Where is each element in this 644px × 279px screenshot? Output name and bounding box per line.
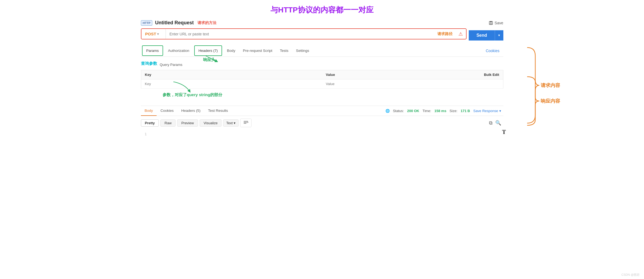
save-response-button[interactable]: Save Response ▾ bbox=[473, 109, 501, 113]
response-body-toolbar: Pretty Raw Preview Visualize Text ▾ bbox=[141, 116, 503, 129]
tab-params[interactable]: Params bbox=[142, 45, 163, 56]
search-button[interactable]: 🔍 bbox=[495, 120, 501, 126]
annotation-method: 请求的方法 bbox=[197, 21, 216, 25]
arrow-querystring-icon bbox=[168, 80, 200, 94]
tab-settings[interactable]: Settings bbox=[292, 46, 313, 56]
tab-body[interactable]: Body bbox=[223, 46, 239, 56]
response-body-content: 1 𝐓 bbox=[141, 129, 503, 139]
params-section: 查询参数 Query Params Key Value Bulk Edit bbox=[141, 57, 503, 98]
svg-rect-2 bbox=[490, 23, 492, 24]
request-header: HTTP Untitled Request 请求的方法 Save bbox=[141, 18, 503, 28]
resp-tab-body[interactable]: Body bbox=[141, 106, 157, 116]
url-warning-icon: ⚠ bbox=[455, 31, 466, 37]
format-pretty-button[interactable]: Pretty bbox=[141, 119, 159, 127]
method-selector[interactable]: POST ▾ bbox=[141, 29, 166, 39]
chevron-down-icon: ▾ bbox=[498, 33, 500, 37]
save-icon bbox=[489, 21, 493, 25]
response-tabs-bar: Body Cookies Headers (5) Test Results 🌐 … bbox=[141, 106, 503, 116]
response-content-label: 响应内容 bbox=[541, 98, 560, 104]
arrow-headers-icon bbox=[203, 55, 219, 63]
resp-tab-test-results[interactable]: Test Results bbox=[204, 106, 232, 116]
format-raw-button[interactable]: Raw bbox=[160, 119, 176, 127]
copy-button[interactable]: ⧉ bbox=[489, 120, 493, 126]
http-badge: HTTP bbox=[141, 20, 153, 26]
text-format-select[interactable]: Text ▾ bbox=[223, 119, 239, 127]
chevron-down-icon: ▾ bbox=[234, 121, 236, 125]
resp-tab-headers[interactable]: Headers (5) bbox=[177, 106, 204, 116]
bulk-edit-header: Bulk Edit bbox=[448, 70, 503, 79]
response-status-bar: 🌐 Status: 200 OK Time: 158 ms Size: 171 … bbox=[385, 109, 503, 113]
status-value: 200 OK bbox=[407, 109, 419, 113]
query-params-label: Query Params bbox=[160, 61, 183, 69]
section-divider bbox=[141, 98, 503, 106]
time-label: Time: bbox=[422, 109, 431, 113]
globe-icon: 🌐 bbox=[385, 109, 390, 113]
status-label: Status: bbox=[393, 109, 404, 113]
save-button[interactable]: Save bbox=[489, 21, 503, 25]
request-tabs-bar: Params Authorization Headers (7) Body Pr… bbox=[141, 45, 503, 57]
bulk-edit-button[interactable]: Bulk Edit bbox=[484, 73, 499, 77]
typography-icon: 𝐓 bbox=[502, 129, 506, 136]
tab-prerequest[interactable]: Pre-request Script bbox=[239, 46, 276, 56]
annotation-query-params: 查询参数 bbox=[141, 61, 157, 66]
size-label: Size: bbox=[450, 109, 457, 113]
tab-tests[interactable]: Tests bbox=[276, 46, 292, 56]
chevron-down-icon: ▾ bbox=[499, 109, 501, 113]
svg-rect-1 bbox=[490, 21, 492, 22]
key-column-header: Key bbox=[141, 70, 322, 79]
response-section: Body Cookies Headers (5) Test Results 🌐 … bbox=[141, 106, 503, 139]
method-label: POST bbox=[145, 32, 156, 36]
tab-authorization[interactable]: Authorization bbox=[164, 46, 193, 56]
line-1: 1 bbox=[141, 132, 503, 137]
value-column-header: Value bbox=[322, 70, 448, 79]
time-value: 158 ms bbox=[434, 109, 446, 113]
send-button-group: Send ▾ bbox=[469, 30, 503, 41]
svg-line-3 bbox=[206, 56, 217, 61]
url-bar: POST ▾ 请求路径 ⚠ bbox=[141, 28, 467, 39]
wrap-button[interactable] bbox=[240, 119, 252, 127]
size-value: 171 B bbox=[461, 109, 470, 113]
send-button[interactable]: Send bbox=[469, 30, 494, 41]
value-input[interactable] bbox=[326, 82, 445, 86]
request-name: Untitled Request bbox=[155, 20, 194, 26]
page-title: 与HTTP协议的内容都一一对应 bbox=[0, 0, 644, 18]
save-label: Save bbox=[495, 21, 503, 25]
wrap-icon bbox=[243, 120, 249, 125]
response-icons: ⧉ 🔍 bbox=[489, 120, 503, 126]
chevron-down-icon: ▾ bbox=[157, 32, 159, 36]
format-preview-button[interactable]: Preview bbox=[177, 119, 198, 127]
brace-response-icon bbox=[524, 74, 541, 128]
cookies-link[interactable]: Cookies bbox=[482, 46, 503, 56]
format-visualize-button[interactable]: Visualize bbox=[200, 119, 222, 127]
annotation-response-content: 响应内容 bbox=[524, 74, 560, 128]
send-dropdown-button[interactable]: ▾ bbox=[495, 30, 503, 41]
annotation-path: 请求路径 bbox=[435, 32, 455, 36]
resp-tab-cookies[interactable]: Cookies bbox=[157, 106, 177, 116]
url-input[interactable] bbox=[166, 29, 435, 39]
